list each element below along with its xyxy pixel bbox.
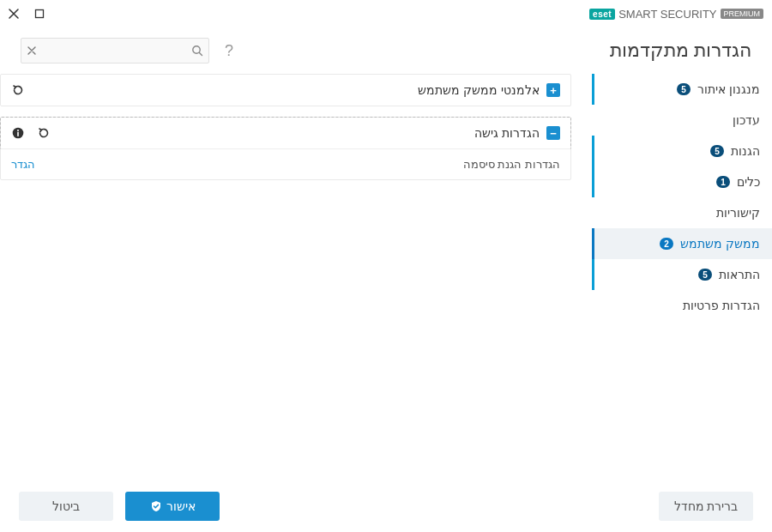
panel-ui-elements: + אלמנטי ממשק משתמש [0,74,571,106]
cancel-button[interactable]: ביטול [19,492,113,521]
sidebar-item-label: ממשק משתמש [680,237,760,251]
default-button[interactable]: ברירת מחדל [659,492,753,521]
sidebar-item-badge: 1 [716,176,730,188]
sidebar-item-label: קישוריות [716,206,760,220]
sidebar-item-badge: 2 [660,238,673,250]
panel-title: אלמנטי ממשק משתמש [418,83,540,97]
sidebar-item-tools[interactable]: כלים 1 [592,166,772,197]
brand-logo: eset [589,9,615,20]
expand-icon[interactable]: + [546,83,560,97]
search-icon[interactable] [191,45,203,57]
revert-icon[interactable] [11,83,25,97]
shield-check-icon [150,500,162,512]
default-button-label: ברירת מחדל [674,499,739,513]
sidebar-item-label: הגדרות פרטיות [683,299,760,312]
svg-rect-4 [17,132,19,136]
collapse-icon[interactable]: − [546,126,560,140]
svg-rect-0 [36,10,44,18]
sidebar-item-update[interactable]: עדכון [592,105,772,136]
sidebar-item-badge: 5 [698,269,712,281]
ok-button-label: אישור [166,499,196,513]
panel-access-settings-body: הגדרות הגנת סיסמה הגדר [1,148,570,179]
panel-title: הגדרות גישה [474,126,540,140]
sidebar-item-label: עדכון [733,113,760,127]
brand-edition: PREMIUM [721,9,764,19]
sidebar-item-label: כלים [737,175,760,189]
ok-button[interactable]: אישור [125,492,220,521]
sidebar-item-notifications[interactable]: התראות 5 [592,259,772,290]
sidebar: מנגנון איתור 5 עדכון הגנות 5 כלים 1 קישו… [592,69,772,481]
brand-name: SMART SECURITY [618,8,716,21]
sidebar-item-detection-engine[interactable]: מנגנון איתור 5 [592,74,772,105]
search-input[interactable] [37,45,191,57]
titlebar: eset SMART SECURITY PREMIUM [0,0,772,27]
revert-icon[interactable] [37,126,51,140]
panel-access-settings: − הגדרות גישה הגדרות הגנת סיסמה הגדר [0,117,571,180]
search-box[interactable] [21,38,209,63]
clear-search-icon[interactable] [27,45,37,56]
panel-ui-elements-header[interactable]: + אלמנטי ממשק משתמש [1,75,570,106]
sidebar-item-user-interface[interactable]: ממשק משתמש 2 [592,228,772,259]
cancel-button-label: ביטול [52,499,80,513]
main-content: + אלמנטי ממשק משתמש − הגדרות גישה [0,69,592,481]
sidebar-item-connectivity[interactable]: קישוריות [592,197,772,228]
sidebar-item-privacy[interactable]: הגדרות פרטיות [592,290,772,321]
header: הגדרות מתקדמות ? [0,33,772,69]
footer: ברירת מחדל ביטול אישור [0,481,772,532]
maximize-icon[interactable] [34,9,45,19]
svg-point-3 [17,130,19,131]
sidebar-item-label: הגנות [731,144,760,158]
sidebar-item-label: מנגנון איתור [697,82,760,96]
help-icon[interactable]: ? [225,42,233,60]
close-icon[interactable] [9,9,19,19]
page-title: הגדרות מתקדמות [610,39,751,62]
sidebar-item-badge: 5 [710,145,724,157]
sidebar-item-badge: 5 [677,83,691,95]
sidebar-item-protections[interactable]: הגנות 5 [592,136,772,166]
brand: eset SMART SECURITY PREMIUM [589,8,763,21]
info-icon[interactable] [11,126,25,140]
sidebar-item-label: התראות [719,268,760,281]
password-protection-label: הגדרות הגנת סיסמה [463,158,560,171]
password-protection-configure-link[interactable]: הגדר [11,158,35,171]
panel-access-settings-header[interactable]: − הגדרות גישה [0,117,571,149]
